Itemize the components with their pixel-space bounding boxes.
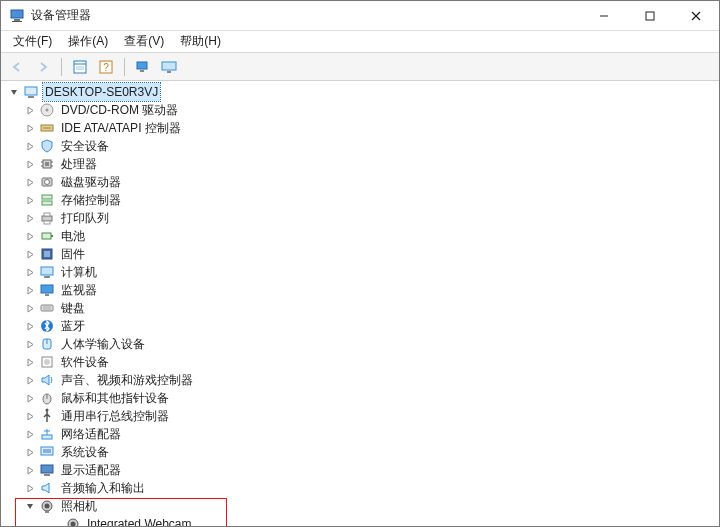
tree-root[interactable]: DESKTOP-SE0R3VJ bbox=[1, 83, 719, 101]
tree-category[interactable]: 电池 bbox=[1, 227, 719, 245]
computer-icon bbox=[39, 264, 55, 280]
expander-closed-icon[interactable] bbox=[23, 211, 37, 225]
tree-category[interactable]: 固件 bbox=[1, 245, 719, 263]
app-icon bbox=[9, 8, 25, 24]
tree-category-label: 鼠标和其他指针设备 bbox=[59, 389, 171, 407]
view-devices-button[interactable] bbox=[131, 56, 155, 78]
tree-category[interactable]: DVD/CD-ROM 驱动器 bbox=[1, 101, 719, 119]
expander-closed-icon[interactable] bbox=[23, 157, 37, 171]
svg-rect-1 bbox=[14, 19, 20, 21]
view-devices-icon bbox=[135, 59, 151, 75]
expander-closed-icon[interactable] bbox=[23, 247, 37, 261]
tree-category[interactable]: 通用串行总线控制器 bbox=[1, 407, 719, 425]
close-button[interactable] bbox=[673, 1, 719, 31]
svg-rect-59 bbox=[44, 474, 50, 476]
expander-closed-icon[interactable] bbox=[23, 391, 37, 405]
help-button[interactable]: ? bbox=[94, 56, 118, 78]
tree-category-label: 存储控制器 bbox=[59, 191, 123, 209]
display-icon bbox=[39, 462, 55, 478]
expander-open-icon[interactable] bbox=[23, 499, 37, 513]
tree-category-label: 键盘 bbox=[59, 299, 87, 317]
tree-category-label: IDE ATA/ATAPI 控制器 bbox=[59, 119, 183, 137]
tree-category-label: 固件 bbox=[59, 245, 87, 263]
tree-category-label: 电池 bbox=[59, 227, 87, 245]
tree-category[interactable]: 监视器 bbox=[1, 281, 719, 299]
tree-category[interactable]: 音频输入和输出 bbox=[1, 479, 719, 497]
expander-closed-icon[interactable] bbox=[23, 301, 37, 315]
tree-category[interactable]: 键盘 bbox=[1, 299, 719, 317]
mouse-icon bbox=[39, 390, 55, 406]
expander-closed-icon[interactable] bbox=[23, 103, 37, 117]
expander-closed-icon[interactable] bbox=[23, 121, 37, 135]
tree-category-label: 网络适配器 bbox=[59, 425, 123, 443]
nav-forward-button[interactable] bbox=[31, 56, 55, 78]
network-icon bbox=[39, 426, 55, 442]
window-controls bbox=[581, 1, 719, 31]
expander-closed-icon[interactable] bbox=[23, 373, 37, 387]
svg-rect-58 bbox=[41, 465, 53, 473]
device-tree[interactable]: DESKTOP-SE0R3VJ DVD/CD-ROM 驱动器IDE ATA/AT… bbox=[1, 81, 719, 526]
tree-category-label: 声音、视频和游戏控制器 bbox=[59, 371, 195, 389]
show-hidden-button[interactable] bbox=[157, 56, 181, 78]
nav-back-button[interactable] bbox=[5, 56, 29, 78]
tree-device-webcam[interactable]: Integrated Webcam bbox=[1, 515, 719, 526]
svg-rect-16 bbox=[167, 71, 171, 73]
tree-category[interactable]: 人体学输入设备 bbox=[1, 335, 719, 353]
svg-rect-57 bbox=[43, 449, 51, 453]
expander-closed-icon[interactable] bbox=[23, 193, 37, 207]
expander-closed-icon[interactable] bbox=[23, 355, 37, 369]
svg-rect-34 bbox=[44, 213, 50, 216]
menu-file[interactable]: 文件(F) bbox=[5, 31, 60, 52]
expander-closed-icon[interactable] bbox=[23, 229, 37, 243]
tree-category[interactable]: 处理器 bbox=[1, 155, 719, 173]
expander-closed-icon[interactable] bbox=[23, 337, 37, 351]
svg-point-51 bbox=[44, 359, 50, 365]
expander-closed-icon[interactable] bbox=[23, 463, 37, 477]
maximize-button[interactable] bbox=[627, 1, 673, 31]
expander-closed-icon[interactable] bbox=[23, 139, 37, 153]
tree-category-label: 蓝牙 bbox=[59, 317, 87, 335]
menu-view[interactable]: 查看(V) bbox=[116, 31, 172, 52]
tree-category[interactable]: 计算机 bbox=[1, 263, 719, 281]
tree-category-label: 显示适配器 bbox=[59, 461, 123, 479]
svg-rect-31 bbox=[42, 195, 52, 199]
svg-rect-35 bbox=[44, 221, 50, 224]
expander-closed-icon[interactable] bbox=[23, 265, 37, 279]
expander-open-icon[interactable] bbox=[7, 85, 21, 99]
svg-point-30 bbox=[45, 180, 50, 185]
expander-closed-icon[interactable] bbox=[23, 409, 37, 423]
toolbar: ? bbox=[1, 53, 719, 81]
tree-category[interactable]: 安全设备 bbox=[1, 137, 719, 155]
tree-category[interactable]: 声音、视频和游戏控制器 bbox=[1, 371, 719, 389]
tree-category[interactable]: 存储控制器 bbox=[1, 191, 719, 209]
tree-category[interactable]: 打印队列 bbox=[1, 209, 719, 227]
expander-closed-icon[interactable] bbox=[23, 481, 37, 495]
arrow-left-icon bbox=[10, 60, 24, 74]
tree-category[interactable]: 软件设备 bbox=[1, 353, 719, 371]
tree-category-label: 软件设备 bbox=[59, 353, 111, 371]
expander-closed-icon[interactable] bbox=[23, 319, 37, 333]
expander-closed-icon[interactable] bbox=[23, 427, 37, 441]
tree-category[interactable]: 蓝牙 bbox=[1, 317, 719, 335]
tree-category-label: 处理器 bbox=[59, 155, 99, 173]
expander-closed-icon[interactable] bbox=[23, 175, 37, 189]
menu-help[interactable]: 帮助(H) bbox=[172, 31, 229, 52]
tree-category-label: 磁盘驱动器 bbox=[59, 173, 123, 191]
tree-category[interactable]: 系统设备 bbox=[1, 443, 719, 461]
tree-category[interactable]: 鼠标和其他指针设备 bbox=[1, 389, 719, 407]
expander-closed-icon[interactable] bbox=[23, 445, 37, 459]
properties-button[interactable] bbox=[68, 56, 92, 78]
printer-icon bbox=[39, 210, 55, 226]
tree-category[interactable]: 磁盘驱动器 bbox=[1, 173, 719, 191]
svg-rect-41 bbox=[44, 276, 50, 278]
tree-category[interactable]: 显示适配器 bbox=[1, 461, 719, 479]
svg-point-20 bbox=[46, 109, 49, 112]
tree-category[interactable]: 网络适配器 bbox=[1, 425, 719, 443]
minimize-button[interactable] bbox=[581, 1, 627, 31]
window-title: 设备管理器 bbox=[31, 7, 581, 24]
tree-category[interactable]: IDE ATA/ATAPI 控制器 bbox=[1, 119, 719, 137]
tree-category-camera[interactable]: 照相机 bbox=[1, 497, 719, 515]
menu-action[interactable]: 操作(A) bbox=[60, 31, 116, 52]
expander-closed-icon[interactable] bbox=[23, 283, 37, 297]
menubar: 文件(F) 操作(A) 查看(V) 帮助(H) bbox=[1, 31, 719, 53]
